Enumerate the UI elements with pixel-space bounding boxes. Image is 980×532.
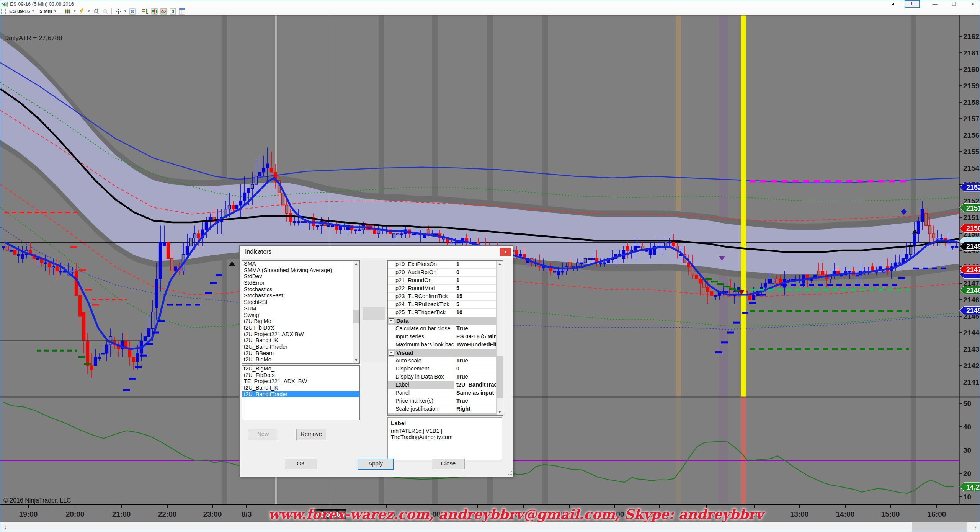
scrollbar-thumb[interactable] bbox=[353, 310, 359, 323]
available-indicators-list[interactable]: SMASMMA (Smoothed Moving Average)StdDevS… bbox=[242, 260, 360, 364]
grid-property-row[interactable]: Scale justificationRight bbox=[388, 405, 503, 413]
new-button[interactable]: New bbox=[248, 429, 278, 440]
indicator-icon[interactable] bbox=[142, 8, 149, 15]
chevron-down-icon[interactable]: ▼ bbox=[73, 10, 76, 13]
indicator-list-item[interactable]: t2U Project221 ADX BW bbox=[242, 331, 359, 338]
splitter-grip[interactable] bbox=[363, 307, 385, 320]
scroll-down-arrow-icon[interactable]: ▼ bbox=[497, 409, 503, 415]
indicator-list-item[interactable]: t2U_Bandit_K bbox=[242, 337, 359, 344]
property-value[interactable]: ES 09-16 (5 Min) bbox=[454, 333, 503, 341]
chevron-down-icon[interactable]: ▼ bbox=[124, 10, 127, 13]
chevron-down-icon[interactable]: ▼ bbox=[87, 10, 90, 13]
scrollbar-thumb[interactable] bbox=[912, 522, 967, 532]
instrument-dropdown[interactable]: ES 09-16▼ bbox=[8, 8, 36, 14]
indicator-list-item[interactable]: t2U Fib Dots bbox=[242, 325, 359, 331]
resize-grip[interactable] bbox=[508, 471, 512, 476]
indicator-list-item[interactable]: t2U_BanditTrader bbox=[242, 344, 359, 350]
pencil-icon[interactable] bbox=[78, 8, 85, 15]
crosshair-icon[interactable] bbox=[114, 8, 122, 15]
zoom-in-icon[interactable] bbox=[92, 8, 100, 15]
indicator-list-item[interactable]: SMA bbox=[242, 261, 359, 267]
grid-property-row[interactable]: p24_TLRPullbackTick5 bbox=[388, 301, 503, 309]
collapse-icon[interactable]: − bbox=[389, 318, 394, 323]
configured-indicator-item[interactable]: TE_Project221_ADX_BW bbox=[242, 378, 359, 385]
grid-property-row[interactable]: p21_RoundOn1 bbox=[388, 277, 503, 285]
configured-indicator-item[interactable]: t2U_FibDots_ bbox=[242, 372, 359, 379]
indicator-list-item[interactable]: Swing bbox=[242, 312, 359, 318]
scroll-right-arrow-icon[interactable]: › bbox=[970, 522, 980, 532]
property-value[interactable]: 1 bbox=[454, 261, 503, 268]
remove-button[interactable]: Remove bbox=[296, 429, 326, 440]
indicator-list-item[interactable]: StdError bbox=[242, 280, 359, 286]
indicator-list-item[interactable]: StdDev bbox=[242, 273, 359, 280]
property-value[interactable]: 0 bbox=[454, 269, 503, 276]
property-value[interactable]: 15 bbox=[454, 293, 503, 300]
grid-scrollbar[interactable]: ▲ ▼ bbox=[496, 261, 503, 415]
zoom-window-icon[interactable] bbox=[129, 8, 136, 15]
apply-button[interactable]: Apply bbox=[358, 459, 394, 470]
scroll-down-arrow-icon[interactable]: ▼ bbox=[353, 357, 359, 363]
grid-property-row[interactable]: Input seriesES 09-16 (5 Min) bbox=[388, 333, 503, 341]
horizontal-scrollbar[interactable]: ‹ › bbox=[0, 522, 980, 532]
grid-property-row[interactable]: Calculate on bar closeTrue bbox=[388, 325, 503, 333]
grid-category-row[interactable]: −Plots bbox=[388, 413, 503, 416]
property-value[interactable]: t2U_BanditTrader bbox=[454, 381, 503, 389]
property-value[interactable]: True bbox=[454, 373, 503, 381]
indicator-list-item[interactable]: SUM bbox=[242, 305, 359, 312]
configured-indicators-list[interactable]: t2U_BigMo_t2U_FibDots_TE_Project221_ADX_… bbox=[242, 365, 360, 420]
indicator-list-item[interactable]: t2U_BigMo bbox=[242, 356, 359, 363]
restore-button[interactable]: ❐ bbox=[949, 1, 959, 7]
interval-dropdown[interactable]: 5 Min▼ bbox=[38, 8, 58, 14]
grid-category-row[interactable]: −Visual bbox=[388, 349, 503, 357]
grid-property-row[interactable]: PanelSame as input series bbox=[388, 389, 503, 397]
grid-property-row[interactable]: Displacement0 bbox=[388, 365, 503, 373]
property-value[interactable]: True bbox=[454, 357, 503, 365]
collapse-icon[interactable]: − bbox=[389, 415, 394, 416]
indicator-list-item[interactable]: t2U Big Mo bbox=[242, 318, 359, 325]
property-value[interactable]: 0 bbox=[454, 365, 503, 373]
scroll-left-arrow-icon[interactable]: ‹ bbox=[0, 522, 10, 532]
property-value[interactable]: TwoHundredFiftySix bbox=[454, 341, 503, 349]
dialog-titlebar[interactable]: Indicators x bbox=[240, 246, 513, 258]
indicator-list-item[interactable]: SMMA (Smoothed Moving Average) bbox=[242, 267, 359, 274]
close-dialog-button[interactable]: Close bbox=[432, 459, 465, 469]
scroll-up-arrow-icon[interactable]: ▲ bbox=[353, 261, 359, 267]
property-value[interactable]: 10 bbox=[454, 309, 503, 317]
indicator-list-item[interactable]: StochRSI bbox=[242, 299, 359, 305]
configured-indicator-item[interactable]: t2U_BanditTrader bbox=[242, 391, 359, 398]
property-value[interactable]: 5 bbox=[454, 301, 503, 308]
grid-property-row[interactable]: Maximum bars look backTwoHundredFiftySix bbox=[388, 341, 503, 349]
scroll-up-arrow-icon[interactable]: ▲ bbox=[497, 261, 503, 267]
zoom-out-icon[interactable] bbox=[101, 8, 109, 15]
grid-property-row[interactable]: p23_TLRConfirmTick15 bbox=[388, 293, 503, 301]
property-value[interactable]: 5 bbox=[454, 285, 503, 292]
grid-property-row[interactable]: Display in Data BoxTrue bbox=[388, 373, 503, 381]
ok-button[interactable]: OK bbox=[285, 459, 317, 469]
configured-indicator-item[interactable]: t2U_BigMo_ bbox=[242, 366, 359, 372]
collapse-icon[interactable]: − bbox=[389, 351, 394, 356]
scrollbar-thumb[interactable] bbox=[497, 356, 503, 398]
mini-chart-icon[interactable] bbox=[160, 8, 167, 15]
property-value[interactable]: True bbox=[454, 397, 503, 405]
property-value[interactable]: Same as input series bbox=[454, 389, 503, 397]
indicator-list-item[interactable]: StochasticsFast bbox=[242, 292, 359, 299]
list-scrollbar[interactable]: ▲ ▼ bbox=[353, 261, 359, 363]
link-button[interactable]: L bbox=[905, 0, 920, 8]
indicator-list-item[interactable]: t2U_BBeam bbox=[242, 350, 359, 357]
indicator-list-item[interactable]: Stochastics bbox=[242, 286, 359, 293]
grid-property-row[interactable]: Price marker(s)True bbox=[388, 397, 503, 405]
grid-category-row[interactable]: −Data bbox=[388, 317, 503, 325]
dollar-icon[interactable]: $ bbox=[169, 8, 176, 15]
grid-property-row[interactable]: Labelt2U_BanditTrader bbox=[388, 381, 503, 389]
property-grid[interactable]: p19_ExitPlotsOn1p20_AuditRptOn0p21_Round… bbox=[387, 260, 503, 416]
close-button[interactable]: ✕ bbox=[969, 1, 977, 7]
dialog-close-button[interactable]: x bbox=[500, 248, 511, 256]
property-value[interactable]: Right bbox=[454, 405, 503, 413]
property-value[interactable]: 1 bbox=[454, 277, 503, 284]
toolbar-grip[interactable] bbox=[1, 9, 6, 14]
configured-indicator-item[interactable]: t2U_Bandit_K bbox=[242, 385, 359, 391]
property-value[interactable]: True bbox=[454, 325, 503, 333]
grid-property-row[interactable]: p19_ExitPlotsOn1 bbox=[388, 261, 503, 269]
minimize-button[interactable]: ― bbox=[930, 1, 939, 7]
grid-property-row[interactable]: Auto scaleTrue bbox=[388, 357, 503, 365]
